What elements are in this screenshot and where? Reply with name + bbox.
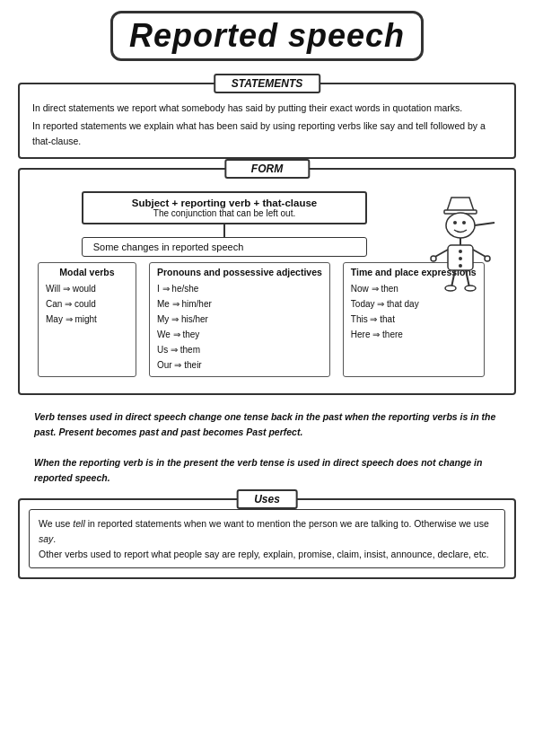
pronouns-header: Pronouns and possessive adjectives	[157, 267, 322, 277]
svg-point-14	[485, 256, 490, 261]
pronoun-row-4: We ⇒ they	[157, 327, 322, 342]
svg-line-3	[475, 223, 495, 225]
page-title: Reported speech	[110, 11, 424, 61]
pronoun-row-5: Us ⇒ them	[157, 342, 322, 357]
statements-text2: In reported statements we explain what h…	[32, 119, 502, 148]
svg-point-18	[465, 286, 476, 291]
formula-sub: The conjunction that can be left out.	[103, 208, 346, 218]
pronoun-row-1: I ⇒ he/she	[157, 281, 322, 296]
modal-row-1: Will ⇒ would	[46, 281, 128, 296]
note2: When the reporting verb is in the presen…	[18, 450, 516, 491]
svg-point-5	[462, 221, 466, 224]
svg-point-10	[459, 264, 462, 268]
uses-label: Uses	[236, 489, 298, 509]
say-italic: say	[39, 533, 53, 544]
statements-text1: In direct statements we report what some…	[32, 101, 502, 115]
formula-box: Subject + reporting verb + that-clause T…	[82, 191, 368, 224]
form-section: FORM	[18, 168, 516, 395]
connector-v1	[223, 224, 225, 237]
statements-label: STATEMENTS	[214, 74, 321, 93]
note1-text: Verb tenses used in direct speech change…	[34, 411, 495, 437]
pinocchio-illustration	[425, 193, 505, 292]
note2-text: When the reporting verb is in the presen…	[34, 457, 482, 483]
statements-section: STATEMENTS In direct statements we repor…	[18, 83, 516, 159]
time-row-2: Today ⇒ that day	[351, 296, 477, 312]
modal-verbs-col: Modal verbs Will ⇒ would Can ⇒ could May…	[38, 262, 136, 377]
pronouns-body: I ⇒ he/she Me ⇒ him/her My ⇒ his/her We …	[157, 281, 322, 373]
pronoun-row-6: Our ⇒ their	[157, 357, 322, 373]
modal-row-2: Can ⇒ could	[46, 296, 128, 312]
modal-row-3: May ⇒ might	[46, 312, 128, 327]
svg-point-8	[459, 250, 462, 253]
changes-box: Some changes in reported speech	[82, 237, 368, 257]
title-wrap: Reported speech	[18, 11, 516, 74]
uses-inner-box: We use tell in reported statements when …	[29, 509, 505, 568]
form-label: FORM	[224, 159, 310, 179]
changes-label: Some changes in reported speech	[93, 242, 244, 252]
svg-point-9	[459, 257, 462, 260]
svg-point-2	[446, 213, 475, 238]
time-row-4: Here ⇒ there	[351, 327, 477, 342]
formula-main: Subject + reporting verb + that-clause	[103, 198, 346, 208]
modal-verbs-header: Modal verbs	[46, 267, 128, 277]
svg-line-15	[451, 270, 455, 287]
tell-italic: tell	[73, 518, 84, 529]
formula-wrapper: Subject + reporting verb + that-clause T…	[82, 191, 368, 262]
form-inner: Subject + reporting verb + that-clause T…	[20, 184, 514, 386]
svg-line-16	[466, 270, 469, 287]
svg-point-13	[431, 256, 436, 261]
uses-section: Uses We use tell in reported statements …	[18, 498, 516, 579]
uses-text: We use tell in reported statements when …	[39, 518, 489, 559]
svg-point-4	[453, 221, 457, 224]
statements-content: In direct statements we report what some…	[20, 84, 514, 157]
note1: Verb tenses used in direct speech change…	[18, 404, 516, 445]
pronoun-row-3: My ⇒ his/her	[157, 312, 322, 327]
time-row-3: This ⇒ that	[351, 312, 477, 327]
modal-verbs-body: Will ⇒ would Can ⇒ could May ⇒ might	[46, 281, 128, 327]
svg-point-17	[445, 286, 456, 291]
pronouns-col: Pronouns and possessive adjectives I ⇒ h…	[149, 262, 330, 377]
pinocchio-svg	[425, 193, 505, 292]
pronoun-row-2: Me ⇒ him/her	[157, 296, 322, 312]
svg-marker-0	[447, 198, 474, 211]
